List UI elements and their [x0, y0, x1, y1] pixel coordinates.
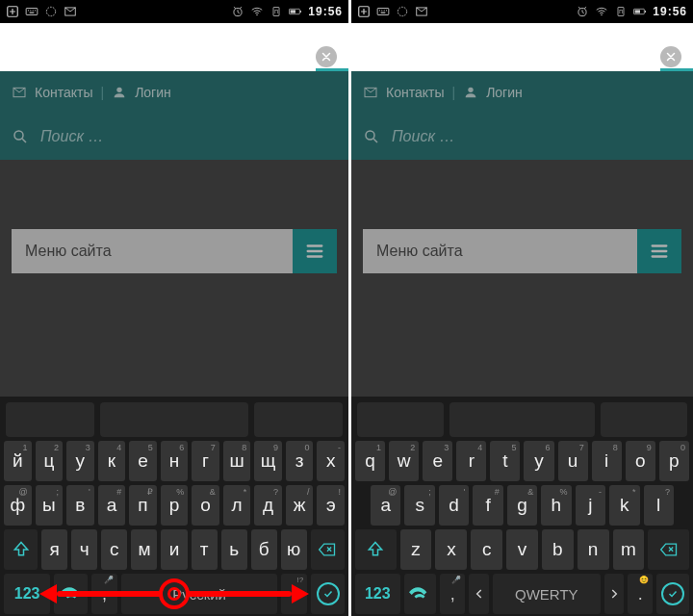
key-x[interactable]: x — [435, 529, 467, 570]
key-з[interactable]: з0 — [286, 441, 314, 481]
key-ю[interactable]: ю — [281, 529, 307, 570]
key-р[interactable]: р% — [161, 485, 189, 526]
comma-key[interactable]: ,🎤 — [440, 574, 465, 614]
key-ф[interactable]: ф@ — [4, 485, 32, 526]
enter-key[interactable] — [656, 574, 689, 614]
key-w[interactable]: w2 — [389, 441, 419, 481]
key-я[interactable]: я — [41, 529, 67, 570]
hamburger-button[interactable] — [293, 229, 337, 273]
key-й[interactable]: й1 — [4, 441, 32, 481]
key-ь[interactable]: ь — [221, 529, 247, 570]
backspace-key[interactable] — [648, 529, 689, 570]
key-a[interactable]: a@ — [371, 485, 400, 526]
key-ц[interactable]: ц2 — [36, 441, 64, 481]
comma-key[interactable]: ,🎤 — [91, 574, 117, 614]
key-в[interactable]: в' — [66, 485, 94, 526]
shift-key[interactable] — [355, 529, 397, 570]
key-r[interactable]: r4 — [456, 441, 486, 481]
suggestion-slot[interactable] — [100, 402, 248, 437]
status-clock: 19:56 — [653, 5, 687, 18]
nav-login-link[interactable]: Логин — [486, 85, 523, 100]
svg-rect-6 — [30, 13, 35, 13]
site-menu-bar[interactable]: Меню сайта — [12, 229, 337, 273]
swiftkey-logo-key[interactable] — [54, 574, 88, 614]
numeric-key[interactable]: 123 — [4, 574, 50, 614]
numeric-key[interactable]: 123 — [355, 574, 400, 614]
site-menu-bar[interactable]: Меню сайта — [363, 229, 681, 273]
key-q[interactable]: q1 — [355, 441, 385, 481]
period-key[interactable]: .!? — [281, 574, 307, 614]
key-l[interactable]: l? — [644, 485, 674, 526]
key-л[interactable]: л* — [223, 485, 251, 526]
key-б[interactable]: б — [251, 529, 277, 570]
key-т[interactable]: т — [192, 529, 218, 570]
hamburger-button[interactable] — [637, 229, 681, 273]
svg-point-5 — [35, 10, 36, 11]
key-щ[interactable]: щ9 — [254, 441, 282, 481]
key-j[interactable]: j- — [576, 485, 605, 526]
search-input[interactable]: Поиск … — [392, 128, 454, 145]
mail-icon — [12, 85, 27, 100]
key-о[interactable]: о& — [192, 485, 219, 526]
key-n[interactable]: n — [578, 529, 609, 570]
space-key[interactable]: QWERTY — [493, 574, 601, 614]
clear-url-button[interactable] — [316, 46, 337, 67]
clear-url-button[interactable] — [660, 46, 681, 67]
key-o[interactable]: o9 — [626, 441, 655, 481]
search-input[interactable]: Поиск … — [40, 128, 103, 145]
key-t[interactable]: t5 — [490, 441, 520, 481]
key-м[interactable]: м — [131, 529, 157, 570]
nav-contacts-link[interactable]: Контакты — [35, 85, 92, 100]
key-m[interactable]: m — [613, 529, 645, 570]
key-э[interactable]: э! — [317, 485, 345, 526]
progress-accent — [316, 68, 348, 71]
key-p[interactable]: p0 — [659, 441, 689, 481]
suggestion-slot[interactable] — [601, 402, 687, 437]
suggestion-slot[interactable] — [254, 402, 343, 437]
key-д[interactable]: д? — [254, 485, 282, 526]
nav-contacts-link[interactable]: Контакты — [386, 85, 444, 100]
key-у[interactable]: у3 — [66, 441, 94, 481]
key-х[interactable]: х- — [317, 441, 345, 481]
key-п[interactable]: п₽ — [129, 485, 157, 526]
key-z[interactable]: z — [400, 529, 432, 570]
key-b[interactable]: b — [542, 529, 574, 570]
site-menu-label: Меню сайта — [12, 243, 112, 260]
key-g[interactable]: g& — [507, 485, 537, 526]
suggestion-slot[interactable] — [357, 402, 444, 437]
key-i[interactable]: i8 — [592, 441, 622, 481]
key-y[interactable]: y6 — [524, 441, 553, 481]
key-ж[interactable]: ж/ — [286, 485, 314, 526]
key-ч[interactable]: ч — [71, 529, 97, 570]
key-и[interactable]: и — [161, 529, 187, 570]
chevron-right-key[interactable] — [604, 574, 625, 614]
space-key[interactable]: Русский — [121, 574, 277, 614]
suggestion-slot[interactable] — [6, 402, 94, 437]
key-h[interactable]: h% — [541, 485, 571, 526]
key-н[interactable]: н6 — [161, 441, 189, 481]
nav-login-link[interactable]: Логин — [135, 85, 171, 100]
key-d[interactable]: d' — [439, 485, 469, 526]
key-ы[interactable]: ы; — [36, 485, 64, 526]
browser-toolbar — [351, 23, 693, 71]
key-а[interactable]: а# — [98, 485, 126, 526]
suggestion-slot[interactable] — [449, 402, 594, 437]
enter-key[interactable] — [311, 574, 345, 614]
key-ш[interactable]: ш8 — [223, 441, 251, 481]
key-к[interactable]: к4 — [98, 441, 126, 481]
key-с[interactable]: с — [101, 529, 127, 570]
period-key[interactable]: .😊 — [628, 574, 653, 614]
key-v[interactable]: v — [506, 529, 538, 570]
key-е[interactable]: е5 — [129, 441, 157, 481]
key-e[interactable]: e3 — [423, 441, 452, 481]
key-k[interactable]: k* — [609, 485, 639, 526]
key-c[interactable]: c — [471, 529, 502, 570]
shift-key[interactable] — [4, 529, 38, 570]
key-г[interactable]: г7 — [192, 441, 219, 481]
swiftkey-logo-key[interactable] — [404, 574, 437, 614]
key-u[interactable]: u7 — [558, 441, 588, 481]
key-s[interactable]: s; — [404, 485, 434, 526]
chevron-left-key[interactable] — [469, 574, 489, 614]
key-f[interactable]: f# — [473, 485, 502, 526]
backspace-key[interactable] — [311, 529, 345, 570]
